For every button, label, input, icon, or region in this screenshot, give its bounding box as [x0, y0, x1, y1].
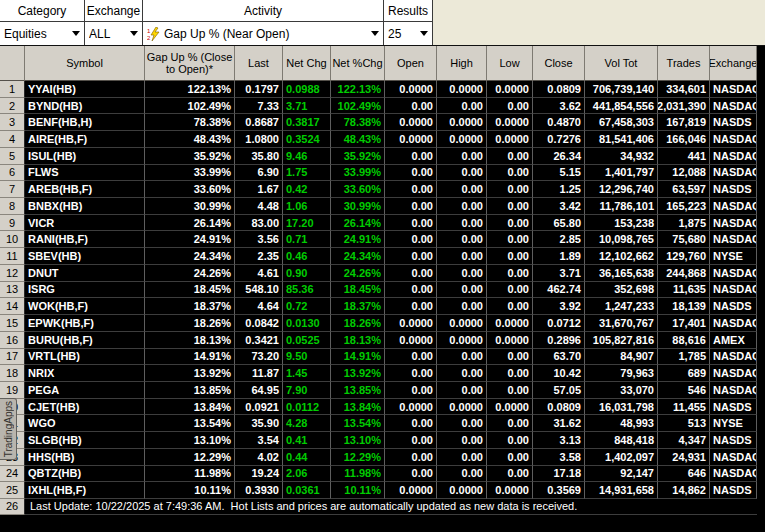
table-row[interactable]: 6 FLWS 33.99% 6.90 1.75 33.99% 0.00 0.00…	[0, 165, 757, 182]
row-number: 6	[0, 165, 25, 182]
column-header-symbol[interactable]: Symbol	[25, 46, 145, 81]
table-row[interactable]: 19 PEGA 13.85% 64.95 7.90 13.85% 0.00 0.…	[0, 382, 757, 399]
table-row[interactable]: 8 BNBX(HB) 30.99% 4.48 1.06 30.99% 0.00 …	[0, 198, 757, 215]
category-select[interactable]: Equities	[0, 22, 84, 45]
column-header-high[interactable]: High	[437, 46, 487, 81]
cell-exchange: NYSE	[710, 248, 757, 265]
cell-netpct: 30.99%	[331, 198, 385, 215]
column-header-netchg[interactable]: Net Chg	[283, 46, 331, 81]
cell-trades: 18,139	[658, 298, 710, 315]
cell-close: 3.13	[533, 432, 585, 449]
cell-symbol: FLWS	[25, 165, 145, 182]
exchange-select[interactable]: ALL	[85, 22, 142, 45]
link-lightning-icon: 1 2	[147, 27, 161, 41]
column-header-open[interactable]: Open	[385, 46, 437, 81]
cell-trades: 11,455	[658, 399, 710, 416]
table-row[interactable]: 11 SBEV(HB) 24.34% 2.35 0.46 24.34% 0.00…	[0, 248, 757, 265]
cell-high: 0.0000	[437, 114, 487, 131]
cell-low: 0.00	[487, 282, 533, 299]
table-row[interactable]: 24 QBTZ(HB) 11.98% 19.24 2.06 11.98% 0.0…	[0, 466, 757, 483]
table-row[interactable]: 22 SLGB(HB) 13.10% 3.54 0.41 13.10% 0.00…	[0, 432, 757, 449]
table-row[interactable]: 15 EPWK(HB,F) 18.26% 0.0842 0.0130 18.26…	[0, 315, 757, 332]
cell-close: 0.7276	[533, 131, 585, 148]
table-row[interactable]: 17 VRTL(HB) 14.91% 73.20 9.50 14.91% 0.0…	[0, 349, 757, 366]
cell-low: 0.00	[487, 349, 533, 366]
table-row[interactable]: 4 AIRE(HB,F) 48.43% 1.0800 0.3524 48.43%…	[0, 131, 757, 148]
table-row[interactable]: 3 BENF(HB,H) 78.38% 0.8687 0.3817 78.38%…	[0, 114, 757, 131]
cell-open: 0.00	[385, 432, 437, 449]
cell-trades: 75,680	[658, 231, 710, 248]
cell-low: 0.00	[487, 432, 533, 449]
table-row[interactable]: 2 BYND(HB) 102.49% 7.33 3.71 102.49% 0.0…	[0, 98, 757, 115]
cell-close: 57.05	[533, 382, 585, 399]
cell-open: 0.00	[385, 349, 437, 366]
cell-high: 0.00	[437, 165, 487, 182]
column-header-voltot[interactable]: Vol Tot	[585, 46, 658, 81]
column-header-exchange[interactable]: Exchange	[710, 46, 757, 81]
results-value: 25	[388, 27, 416, 41]
chevron-down-icon	[72, 31, 80, 36]
cell-netchg: 0.71	[283, 231, 331, 248]
trading-apps-tab[interactable]: TradingApps	[0, 398, 17, 460]
cell-voltot: 12,102,662	[585, 248, 658, 265]
table-row[interactable]: 23 HHS(HB) 12.29% 4.02 0.44 12.29% 0.00 …	[0, 449, 757, 466]
cell-symbol: IXHL(HB,F)	[25, 482, 145, 499]
cell-low: 0.0000	[487, 482, 533, 499]
svg-text:1: 1	[147, 28, 151, 34]
cell-high: 0.00	[437, 432, 487, 449]
table-row[interactable]: 12 DNUT 24.26% 4.61 0.90 24.26% 0.00 0.0…	[0, 265, 757, 282]
cell-open: 0.0000	[385, 315, 437, 332]
cell-netpct: 35.92%	[331, 148, 385, 165]
cell-open: 0.0000	[385, 114, 437, 131]
cell-low: 0.00	[487, 382, 533, 399]
cell-gap: 13.92%	[145, 365, 235, 382]
table-row[interactable]: 25 IXHL(HB,F) 10.11% 0.3930 0.0361 10.11…	[0, 482, 757, 499]
cell-gap: 33.99%	[145, 165, 235, 182]
cell-close: 1.89	[533, 248, 585, 265]
cell-open: 0.00	[385, 98, 437, 115]
cell-exchange: NASDAQ	[710, 265, 757, 282]
table-row[interactable]: 13 ISRG 18.45% 548.10 85.36 18.45% 0.00 …	[0, 282, 757, 299]
cell-last: 1.67	[235, 181, 283, 198]
cell-netchg: 0.0361	[283, 482, 331, 499]
column-header-corner	[0, 46, 25, 81]
table-row[interactable]: 20 CJET(HB) 13.84% 0.0921 0.0112 13.84% …	[0, 399, 757, 416]
cell-close: 0.3569	[533, 482, 585, 499]
table-row[interactable]: 1 YYAI(HB) 122.13% 0.1797 0.0988 122.13%…	[0, 81, 757, 98]
column-header-netpct[interactable]: Net %Chg	[331, 46, 385, 81]
column-header-close[interactable]: Close	[533, 46, 585, 81]
cell-low: 0.00	[487, 148, 533, 165]
cell-exchange: NASDAQ	[710, 215, 757, 232]
cell-symbol: AIRE(HB,F)	[25, 131, 145, 148]
column-header-last[interactable]: Last	[235, 46, 283, 81]
table-row[interactable]: 16 BURU(HB,F) 18.13% 0.3421 0.0525 18.13…	[0, 332, 757, 349]
column-header-gap[interactable]: Gap Up % (Close to Open)*	[145, 46, 235, 81]
column-header-trades[interactable]: Trades	[658, 46, 710, 81]
table-row[interactable]: 5 ISUL(HB) 35.92% 35.80 9.46 35.92% 0.00…	[0, 148, 757, 165]
activity-select[interactable]: 1 2 Gap Up % (Near Open)	[143, 22, 383, 45]
column-header-low[interactable]: Low	[487, 46, 533, 81]
cell-open: 0.0000	[385, 482, 437, 499]
cell-symbol: EPWK(HB,F)	[25, 315, 145, 332]
table-row[interactable]: 10 RANI(HB,F) 24.91% 3.56 0.71 24.91% 0.…	[0, 231, 757, 248]
table-row[interactable]: 21 WGO 13.54% 35.90 4.28 13.54% 0.00 0.0…	[0, 415, 757, 432]
cell-netchg: 0.3524	[283, 131, 331, 148]
cell-gap: 13.10%	[145, 432, 235, 449]
table-body: 1 YYAI(HB) 122.13% 0.1797 0.0988 122.13%…	[0, 81, 757, 499]
table-row[interactable]: 9 VICR 26.14% 83.00 17.20 26.14% 0.00 0.…	[0, 215, 757, 232]
table-row[interactable]: 14 WOK(HB,F) 18.37% 4.64 0.72 18.37% 0.0…	[0, 298, 757, 315]
cell-close: 0.2896	[533, 332, 585, 349]
cell-high: 0.00	[437, 231, 487, 248]
cell-trades: 129,760	[658, 248, 710, 265]
results-select[interactable]: 25	[384, 22, 432, 45]
cell-voltot: 14,931,658	[585, 482, 658, 499]
cell-netpct: 18.26%	[331, 315, 385, 332]
table-row[interactable]: 7 AREB(HB,F) 33.60% 1.67 0.42 33.60% 0.0…	[0, 181, 757, 198]
cell-close: 26.34	[533, 148, 585, 165]
cell-high: 0.00	[437, 148, 487, 165]
table-row[interactable]: 18 NRIX 13.92% 11.87 1.45 13.92% 0.00 0.…	[0, 365, 757, 382]
cell-high: 0.0000	[437, 131, 487, 148]
activity-label: Activity	[143, 0, 383, 22]
cell-trades: 513	[658, 415, 710, 432]
cell-exchange: NASDS	[710, 114, 757, 131]
